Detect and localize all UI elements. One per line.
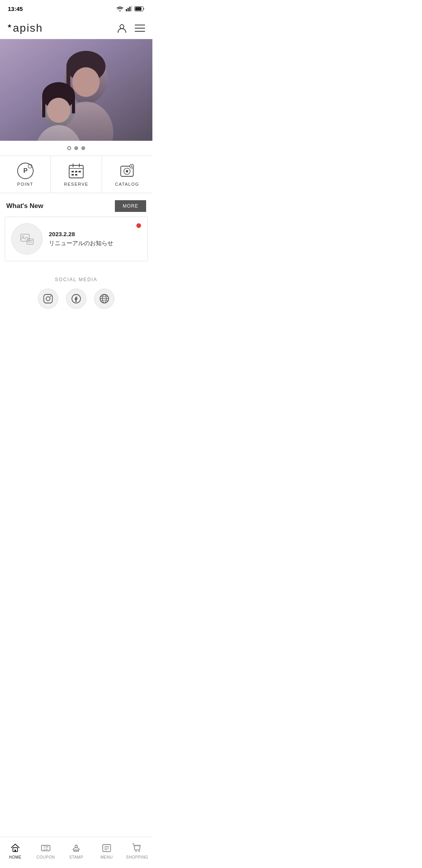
wifi-icon — [116, 6, 123, 11]
dot-2[interactable] — [74, 146, 78, 150]
app-header: ★apish — [0, 17, 152, 39]
social-section: SOCIAL MEDIA — [0, 267, 152, 315]
hamburger-icon — [135, 24, 145, 32]
instagram-icon — [43, 294, 53, 304]
menu-button[interactable] — [134, 23, 145, 34]
svg-point-47 — [50, 296, 51, 297]
svg-rect-33 — [79, 171, 81, 172]
svg-rect-32 — [75, 171, 77, 172]
svg-rect-5 — [135, 7, 141, 11]
status-icons — [116, 6, 145, 11]
news-date: 2023.2.28 — [49, 231, 136, 237]
svg-point-6 — [120, 25, 124, 29]
catalog-label: CATALOG — [115, 182, 139, 187]
globe-icon — [99, 294, 109, 304]
svg-rect-1 — [128, 8, 129, 11]
whats-new-header: What's New MORE — [0, 193, 152, 217]
reserve-label: RESERVE — [64, 182, 89, 187]
quick-nav: P POINT RESERVE — [0, 156, 152, 193]
news-title: リニューアルのお知らせ — [49, 240, 136, 247]
status-time: 13:45 — [8, 5, 23, 12]
app-logo: ★apish — [7, 22, 43, 34]
reserve-icon — [68, 162, 85, 179]
battery-icon — [134, 6, 145, 11]
svg-text:P: P — [23, 167, 27, 174]
news-content: 2023.2.28 リニューアルのお知らせ — [49, 231, 136, 247]
svg-point-38 — [126, 170, 128, 172]
hero-banner — [0, 39, 152, 141]
svg-rect-23 — [0, 39, 152, 141]
facebook-icon — [71, 294, 81, 304]
point-icon: P — [17, 162, 34, 179]
profile-icon — [117, 23, 127, 33]
hero-image — [0, 39, 152, 141]
svg-rect-35 — [75, 174, 77, 176]
svg-rect-3 — [131, 6, 132, 11]
svg-rect-34 — [72, 174, 74, 176]
svg-rect-45 — [44, 294, 52, 303]
social-title: SOCIAL MEDIA — [6, 277, 146, 282]
facebook-button[interactable] — [66, 289, 86, 309]
profile-button[interactable] — [116, 23, 127, 34]
svg-point-46 — [46, 297, 50, 301]
signal-icon — [126, 6, 132, 11]
quick-nav-reserve[interactable]: RESERVE — [51, 156, 102, 193]
dot-3[interactable] — [81, 146, 85, 150]
news-thumbnail — [11, 223, 43, 255]
point-label: POINT — [17, 182, 33, 187]
svg-rect-2 — [129, 7, 131, 11]
social-icons — [6, 289, 146, 309]
header-icons — [116, 23, 145, 34]
website-button[interactable] — [94, 289, 114, 309]
status-bar: 13:45 — [0, 0, 152, 17]
dot-1[interactable] — [67, 146, 71, 150]
more-button[interactable]: MORE — [115, 200, 146, 212]
svg-rect-31 — [72, 171, 74, 172]
logo-star: ★ — [7, 22, 13, 29]
quick-nav-catalog[interactable]: CATALOG — [102, 156, 152, 193]
quick-nav-point[interactable]: P POINT — [0, 156, 51, 193]
instagram-button[interactable] — [38, 289, 58, 309]
catalog-icon — [118, 162, 136, 179]
svg-rect-40 — [21, 234, 29, 241]
whats-new-title: What's New — [6, 202, 43, 210]
news-new-indicator — [136, 223, 141, 228]
svg-point-43 — [29, 240, 31, 243]
carousel-dots — [0, 141, 152, 156]
news-card[interactable]: 2023.2.28 リニューアルのお知らせ — [5, 217, 148, 261]
svg-rect-42 — [27, 239, 33, 244]
news-image-placeholder — [19, 231, 35, 247]
svg-rect-0 — [126, 9, 127, 11]
